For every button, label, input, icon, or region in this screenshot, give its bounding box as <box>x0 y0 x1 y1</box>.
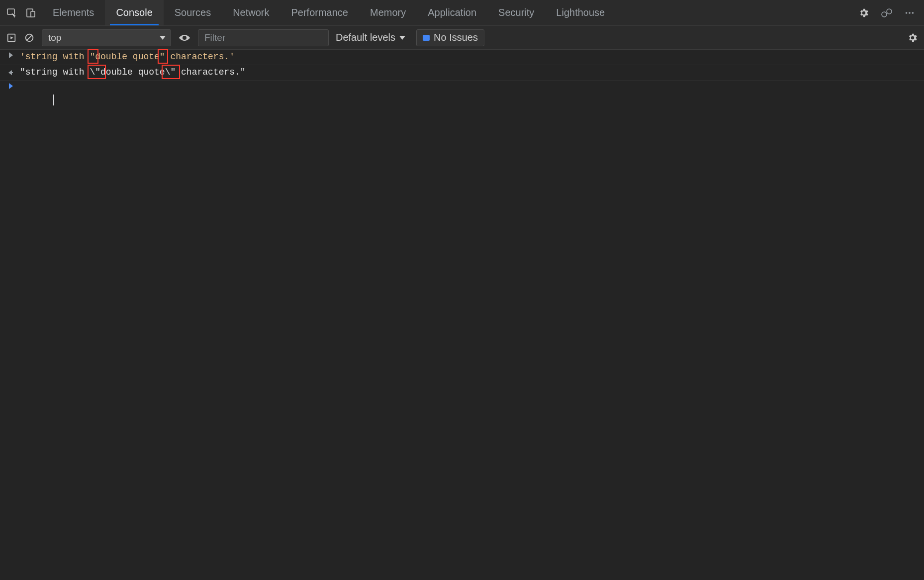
tab-label: Sources <box>175 7 211 18</box>
settings-gear-icon[interactable] <box>858 7 869 18</box>
tab-label: Console <box>116 7 152 18</box>
console-toolbar: top Default levels No Issues <box>0 26 924 50</box>
svg-point-3 <box>882 12 887 17</box>
tab-security[interactable]: Security <box>487 0 545 25</box>
console-prompt-row[interactable] <box>0 81 924 122</box>
more-vertical-icon[interactable] <box>904 7 915 18</box>
tab-label: Security <box>498 7 534 18</box>
tab-label: Application <box>428 7 476 18</box>
svg-marker-9 <box>10 36 13 39</box>
svg-point-4 <box>887 9 892 14</box>
return-arrow-icon <box>7 69 14 76</box>
svg-rect-2 <box>31 11 35 17</box>
chevron-right-icon <box>9 83 13 89</box>
tabbar-leading-icons <box>4 7 42 19</box>
console-input-row: 'string with "double quote" characters.' <box>0 50 924 65</box>
tab-network[interactable]: Network <box>222 0 280 25</box>
prompt-marker <box>7 81 15 89</box>
tab-application[interactable]: Application <box>417 0 487 25</box>
issues-label: No Issues <box>434 32 478 43</box>
input-marker <box>7 50 15 58</box>
tab-label: Performance <box>291 7 349 18</box>
devtools-tabs: Elements Console Sources Network Perform… <box>42 0 858 25</box>
tab-memory[interactable]: Memory <box>359 0 417 25</box>
tab-performance[interactable]: Performance <box>280 0 360 25</box>
live-expression-eye-icon[interactable] <box>178 32 191 43</box>
svg-point-7 <box>912 12 914 14</box>
tab-label: Network <box>233 7 269 18</box>
tab-sources[interactable]: Sources <box>164 0 222 25</box>
text-caret <box>53 95 54 105</box>
console-prompt-input[interactable] <box>20 81 54 121</box>
tab-console[interactable]: Console <box>105 0 163 25</box>
context-value: top <box>48 32 61 43</box>
tab-label: Memory <box>370 7 406 18</box>
tabbar-trailing-icons <box>858 7 920 18</box>
svg-point-6 <box>909 12 911 14</box>
inspect-element-icon[interactable] <box>6 7 18 19</box>
svg-line-11 <box>27 35 32 40</box>
console-input-code: 'string with "double quote" characters.' <box>20 50 235 64</box>
console-output-code: "string with \"double quote\" characters… <box>20 66 246 79</box>
svg-rect-0 <box>7 9 14 14</box>
tab-label: Lighthouse <box>556 7 605 18</box>
output-marker <box>7 66 15 76</box>
tab-elements[interactable]: Elements <box>42 0 105 25</box>
tab-lighthouse[interactable]: Lighthouse <box>545 0 616 25</box>
console-settings-gear-icon[interactable] <box>907 32 918 43</box>
svg-point-5 <box>906 12 908 14</box>
issues-icon <box>423 35 430 41</box>
issues-pill[interactable]: No Issues <box>416 29 484 46</box>
clear-console-icon[interactable] <box>24 32 35 43</box>
chevron-down-icon <box>399 36 405 40</box>
chevron-right-icon <box>9 52 13 58</box>
console-output-row: "string with \"double quote\" characters… <box>0 65 924 81</box>
console-output: 'string with "double quote" characters.'… <box>0 50 924 122</box>
devtools-tabbar: Elements Console Sources Network Perform… <box>0 0 924 26</box>
activity-icon[interactable] <box>880 7 893 18</box>
log-levels-select[interactable]: Default levels <box>336 32 405 43</box>
tab-label: Elements <box>53 7 94 18</box>
execution-context-select[interactable]: top <box>42 29 171 46</box>
device-toolbar-icon[interactable] <box>25 7 37 19</box>
toggle-sidebar-icon[interactable] <box>6 32 17 43</box>
filter-input[interactable] <box>198 29 329 46</box>
chevron-down-icon <box>160 36 166 40</box>
levels-label: Default levels <box>336 32 395 43</box>
